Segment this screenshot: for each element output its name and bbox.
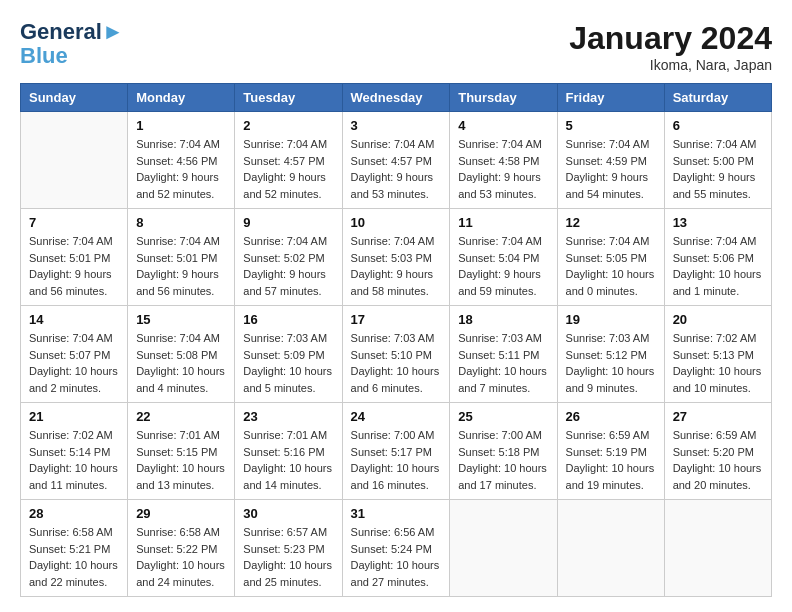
day-info: Sunrise: 7:04 AMSunset: 5:05 PMDaylight:… bbox=[566, 233, 656, 299]
calendar-cell: 30Sunrise: 6:57 AMSunset: 5:23 PMDayligh… bbox=[235, 500, 342, 597]
day-number: 4 bbox=[458, 118, 548, 133]
day-number: 29 bbox=[136, 506, 226, 521]
calendar-cell: 22Sunrise: 7:01 AMSunset: 5:15 PMDayligh… bbox=[128, 403, 235, 500]
calendar-header-row: SundayMondayTuesdayWednesdayThursdayFrid… bbox=[21, 84, 772, 112]
calendar-cell: 10Sunrise: 7:04 AMSunset: 5:03 PMDayligh… bbox=[342, 209, 450, 306]
day-number: 8 bbox=[136, 215, 226, 230]
calendar-cell: 6Sunrise: 7:04 AMSunset: 5:00 PMDaylight… bbox=[664, 112, 771, 209]
day-info: Sunrise: 7:01 AMSunset: 5:16 PMDaylight:… bbox=[243, 427, 333, 493]
calendar-cell: 14Sunrise: 7:04 AMSunset: 5:07 PMDayligh… bbox=[21, 306, 128, 403]
day-number: 21 bbox=[29, 409, 119, 424]
calendar-week-row: 21Sunrise: 7:02 AMSunset: 5:14 PMDayligh… bbox=[21, 403, 772, 500]
calendar-cell: 26Sunrise: 6:59 AMSunset: 5:19 PMDayligh… bbox=[557, 403, 664, 500]
calendar-cell: 3Sunrise: 7:04 AMSunset: 4:57 PMDaylight… bbox=[342, 112, 450, 209]
day-number: 13 bbox=[673, 215, 763, 230]
day-info: Sunrise: 7:03 AMSunset: 5:11 PMDaylight:… bbox=[458, 330, 548, 396]
title-block: January 2024 Ikoma, Nara, Japan bbox=[569, 20, 772, 73]
day-info: Sunrise: 7:03 AMSunset: 5:09 PMDaylight:… bbox=[243, 330, 333, 396]
calendar-cell: 1Sunrise: 7:04 AMSunset: 4:56 PMDaylight… bbox=[128, 112, 235, 209]
calendar-cell: 15Sunrise: 7:04 AMSunset: 5:08 PMDayligh… bbox=[128, 306, 235, 403]
day-info: Sunrise: 7:04 AMSunset: 5:03 PMDaylight:… bbox=[351, 233, 442, 299]
day-number: 10 bbox=[351, 215, 442, 230]
day-number: 26 bbox=[566, 409, 656, 424]
day-info: Sunrise: 7:03 AMSunset: 5:12 PMDaylight:… bbox=[566, 330, 656, 396]
calendar-cell: 27Sunrise: 6:59 AMSunset: 5:20 PMDayligh… bbox=[664, 403, 771, 500]
weekday-header-friday: Friday bbox=[557, 84, 664, 112]
day-info: Sunrise: 7:04 AMSunset: 4:57 PMDaylight:… bbox=[243, 136, 333, 202]
calendar-cell: 13Sunrise: 7:04 AMSunset: 5:06 PMDayligh… bbox=[664, 209, 771, 306]
day-info: Sunrise: 7:02 AMSunset: 5:13 PMDaylight:… bbox=[673, 330, 763, 396]
calendar-cell: 28Sunrise: 6:58 AMSunset: 5:21 PMDayligh… bbox=[21, 500, 128, 597]
day-info: Sunrise: 6:56 AMSunset: 5:24 PMDaylight:… bbox=[351, 524, 442, 590]
day-number: 20 bbox=[673, 312, 763, 327]
day-info: Sunrise: 6:57 AMSunset: 5:23 PMDaylight:… bbox=[243, 524, 333, 590]
calendar-cell: 4Sunrise: 7:04 AMSunset: 4:58 PMDaylight… bbox=[450, 112, 557, 209]
day-info: Sunrise: 7:04 AMSunset: 4:56 PMDaylight:… bbox=[136, 136, 226, 202]
calendar-cell: 20Sunrise: 7:02 AMSunset: 5:13 PMDayligh… bbox=[664, 306, 771, 403]
day-number: 27 bbox=[673, 409, 763, 424]
day-info: Sunrise: 6:58 AMSunset: 5:22 PMDaylight:… bbox=[136, 524, 226, 590]
day-info: Sunrise: 7:04 AMSunset: 4:59 PMDaylight:… bbox=[566, 136, 656, 202]
day-info: Sunrise: 7:03 AMSunset: 5:10 PMDaylight:… bbox=[351, 330, 442, 396]
day-info: Sunrise: 7:04 AMSunset: 4:57 PMDaylight:… bbox=[351, 136, 442, 202]
day-info: Sunrise: 7:04 AMSunset: 5:01 PMDaylight:… bbox=[136, 233, 226, 299]
day-info: Sunrise: 6:59 AMSunset: 5:20 PMDaylight:… bbox=[673, 427, 763, 493]
day-number: 2 bbox=[243, 118, 333, 133]
logo: General►Blue bbox=[20, 20, 124, 68]
month-title: January 2024 bbox=[569, 20, 772, 57]
calendar-cell bbox=[664, 500, 771, 597]
day-number: 19 bbox=[566, 312, 656, 327]
calendar-week-row: 7Sunrise: 7:04 AMSunset: 5:01 PMDaylight… bbox=[21, 209, 772, 306]
day-info: Sunrise: 6:59 AMSunset: 5:19 PMDaylight:… bbox=[566, 427, 656, 493]
day-number: 23 bbox=[243, 409, 333, 424]
calendar-cell: 7Sunrise: 7:04 AMSunset: 5:01 PMDaylight… bbox=[21, 209, 128, 306]
day-number: 14 bbox=[29, 312, 119, 327]
calendar-week-row: 1Sunrise: 7:04 AMSunset: 4:56 PMDaylight… bbox=[21, 112, 772, 209]
day-info: Sunrise: 7:02 AMSunset: 5:14 PMDaylight:… bbox=[29, 427, 119, 493]
day-number: 31 bbox=[351, 506, 442, 521]
calendar-cell: 17Sunrise: 7:03 AMSunset: 5:10 PMDayligh… bbox=[342, 306, 450, 403]
calendar-cell: 19Sunrise: 7:03 AMSunset: 5:12 PMDayligh… bbox=[557, 306, 664, 403]
day-info: Sunrise: 7:04 AMSunset: 5:04 PMDaylight:… bbox=[458, 233, 548, 299]
calendar-cell: 31Sunrise: 6:56 AMSunset: 5:24 PMDayligh… bbox=[342, 500, 450, 597]
calendar-cell: 11Sunrise: 7:04 AMSunset: 5:04 PMDayligh… bbox=[450, 209, 557, 306]
calendar-week-row: 14Sunrise: 7:04 AMSunset: 5:07 PMDayligh… bbox=[21, 306, 772, 403]
weekday-header-monday: Monday bbox=[128, 84, 235, 112]
weekday-header-saturday: Saturday bbox=[664, 84, 771, 112]
day-info: Sunrise: 7:00 AMSunset: 5:18 PMDaylight:… bbox=[458, 427, 548, 493]
day-number: 25 bbox=[458, 409, 548, 424]
day-number: 18 bbox=[458, 312, 548, 327]
day-number: 24 bbox=[351, 409, 442, 424]
day-info: Sunrise: 7:04 AMSunset: 5:02 PMDaylight:… bbox=[243, 233, 333, 299]
day-number: 11 bbox=[458, 215, 548, 230]
day-info: Sunrise: 7:00 AMSunset: 5:17 PMDaylight:… bbox=[351, 427, 442, 493]
day-info: Sunrise: 7:04 AMSunset: 5:00 PMDaylight:… bbox=[673, 136, 763, 202]
calendar-cell bbox=[450, 500, 557, 597]
day-number: 7 bbox=[29, 215, 119, 230]
day-number: 30 bbox=[243, 506, 333, 521]
calendar-cell: 5Sunrise: 7:04 AMSunset: 4:59 PMDaylight… bbox=[557, 112, 664, 209]
calendar-cell: 16Sunrise: 7:03 AMSunset: 5:09 PMDayligh… bbox=[235, 306, 342, 403]
day-number: 17 bbox=[351, 312, 442, 327]
day-info: Sunrise: 7:04 AMSunset: 5:08 PMDaylight:… bbox=[136, 330, 226, 396]
location: Ikoma, Nara, Japan bbox=[569, 57, 772, 73]
calendar-cell: 21Sunrise: 7:02 AMSunset: 5:14 PMDayligh… bbox=[21, 403, 128, 500]
day-info: Sunrise: 6:58 AMSunset: 5:21 PMDaylight:… bbox=[29, 524, 119, 590]
day-number: 1 bbox=[136, 118, 226, 133]
page-header: General►Blue January 2024 Ikoma, Nara, J… bbox=[20, 20, 772, 73]
calendar-cell: 25Sunrise: 7:00 AMSunset: 5:18 PMDayligh… bbox=[450, 403, 557, 500]
day-number: 15 bbox=[136, 312, 226, 327]
day-number: 6 bbox=[673, 118, 763, 133]
calendar-cell: 8Sunrise: 7:04 AMSunset: 5:01 PMDaylight… bbox=[128, 209, 235, 306]
day-info: Sunrise: 7:04 AMSunset: 4:58 PMDaylight:… bbox=[458, 136, 548, 202]
calendar-cell: 9Sunrise: 7:04 AMSunset: 5:02 PMDaylight… bbox=[235, 209, 342, 306]
calendar-table: SundayMondayTuesdayWednesdayThursdayFrid… bbox=[20, 83, 772, 597]
calendar-cell: 23Sunrise: 7:01 AMSunset: 5:16 PMDayligh… bbox=[235, 403, 342, 500]
day-number: 28 bbox=[29, 506, 119, 521]
day-info: Sunrise: 7:01 AMSunset: 5:15 PMDaylight:… bbox=[136, 427, 226, 493]
calendar-cell: 12Sunrise: 7:04 AMSunset: 5:05 PMDayligh… bbox=[557, 209, 664, 306]
day-number: 16 bbox=[243, 312, 333, 327]
day-number: 9 bbox=[243, 215, 333, 230]
day-number: 12 bbox=[566, 215, 656, 230]
weekday-header-tuesday: Tuesday bbox=[235, 84, 342, 112]
